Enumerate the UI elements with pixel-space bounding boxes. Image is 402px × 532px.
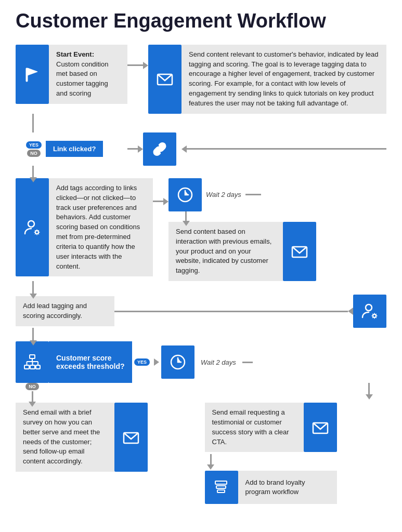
svg-rect-21 [215, 481, 227, 484]
wait1-text: Wait 2 days [206, 191, 241, 198]
start-event-text: Start Event: Custom condition met based … [49, 45, 127, 104]
wait1-clock-icon [168, 178, 202, 211]
brand-loyalty-icon [205, 471, 238, 504]
send-content2-text: Send content based on interaction with p… [168, 222, 283, 281]
workflow-container: Start Event: Custom condition met based … [16, 45, 386, 504]
svg-rect-12 [36, 365, 40, 369]
add-tags-text: Add tags according to links clicked—or n… [49, 178, 153, 277]
yes-badge-link: YES [26, 141, 42, 149]
no-badge-link: NO [27, 150, 41, 157]
svg-point-3 [28, 221, 34, 227]
start-event-icon [16, 45, 49, 104]
wait2-clock-icon [161, 345, 194, 379]
send-survey-text: Send email with a brief survey on how yo… [16, 403, 114, 472]
yes-badge-score: YES [134, 358, 150, 366]
svg-rect-9 [30, 355, 35, 358]
customer-score-icon [16, 341, 49, 383]
link-clicked-label: Link clicked? [46, 141, 103, 157]
svg-rect-11 [30, 365, 35, 369]
svg-rect-10 [24, 365, 29, 369]
send-content-email-icon [148, 45, 181, 114]
brand-loyalty-text: Add to brand loyalty program workflow [238, 471, 337, 504]
svg-rect-22 [216, 486, 226, 488]
send-testimonial-email-icon [304, 403, 337, 452]
link-icon [143, 132, 176, 166]
add-lead-user-icon [353, 295, 386, 328]
svg-rect-23 [217, 490, 225, 493]
no-badge-score: NO [25, 383, 39, 390]
svg-marker-1 [28, 68, 37, 75]
send-content2-email-icon [283, 222, 316, 281]
send-testimonial-text: Send email requesting a testimonial or c… [205, 403, 304, 452]
send-content-text: Send content relevant to customer's beha… [181, 45, 386, 114]
customer-score-label: Customer score exceeds threshold? [49, 341, 132, 383]
add-tags-icon [16, 178, 49, 277]
wait2-text: Wait 2 days [201, 358, 236, 366]
add-lead-text: Add lead tagging and scoring accordingly… [16, 296, 114, 326]
page-title: Customer Engagement Workflow [16, 10, 386, 32]
send-survey-email-icon [114, 403, 148, 472]
svg-point-7 [366, 304, 372, 311]
